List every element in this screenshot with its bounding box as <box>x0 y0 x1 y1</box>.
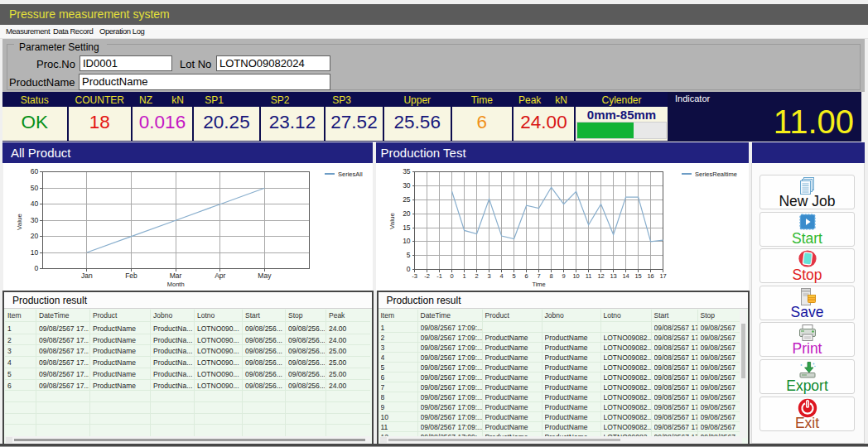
svg-text:0: 0 <box>450 272 453 280</box>
svg-text:11: 11 <box>585 272 591 280</box>
svg-text:15: 15 <box>403 223 411 232</box>
svg-text:9: 9 <box>562 272 565 280</box>
svg-text:0: 0 <box>35 264 39 272</box>
svg-text:Apr: Apr <box>215 272 225 280</box>
svg-text:4: 4 <box>499 272 503 280</box>
svg-text:20: 20 <box>403 209 411 218</box>
svg-text:14: 14 <box>622 272 629 280</box>
svg-text:20: 20 <box>31 232 39 240</box>
svg-text:May: May <box>258 272 272 280</box>
svg-text:2: 2 <box>475 272 478 280</box>
svg-text:8: 8 <box>549 272 552 280</box>
svg-text:12: 12 <box>597 272 604 280</box>
svg-text:Feb: Feb <box>125 272 137 280</box>
svg-text:SeriesAll: SeriesAll <box>338 171 363 178</box>
svg-text:17: 17 <box>659 272 666 280</box>
svg-text:25: 25 <box>403 195 411 204</box>
svg-text:13: 13 <box>610 272 616 280</box>
svg-text:1: 1 <box>462 272 465 280</box>
svg-text:Value: Value <box>388 213 395 229</box>
svg-text:SeriesRealtime: SeriesRealtime <box>695 171 737 178</box>
svg-text:30: 30 <box>403 181 411 190</box>
svg-text:5: 5 <box>406 251 410 259</box>
svg-text:7: 7 <box>537 272 540 280</box>
svg-text:Mar: Mar <box>170 272 182 280</box>
svg-text:60: 60 <box>31 167 39 175</box>
svg-text:Jan: Jan <box>81 272 93 280</box>
svg-text:-1: -1 <box>436 272 442 280</box>
svg-text:6: 6 <box>524 272 528 280</box>
svg-text:-2: -2 <box>424 272 430 280</box>
svg-text:10: 10 <box>572 272 579 280</box>
svg-text:15: 15 <box>634 272 641 280</box>
svg-text:10: 10 <box>31 248 39 257</box>
svg-text:Value: Value <box>16 214 23 230</box>
svg-text:10: 10 <box>403 237 411 245</box>
svg-text:Time: Time <box>532 281 545 288</box>
svg-text:5: 5 <box>512 272 515 280</box>
svg-text:Month: Month <box>167 281 185 288</box>
svg-text:0: 0 <box>406 265 410 273</box>
svg-text:35: 35 <box>403 167 411 175</box>
svg-text:40: 40 <box>31 199 39 208</box>
svg-text:3: 3 <box>487 272 490 280</box>
svg-text:50: 50 <box>31 184 39 192</box>
svg-text:30: 30 <box>31 216 39 224</box>
svg-text:-3: -3 <box>412 272 417 280</box>
svg-text:16: 16 <box>647 272 653 280</box>
